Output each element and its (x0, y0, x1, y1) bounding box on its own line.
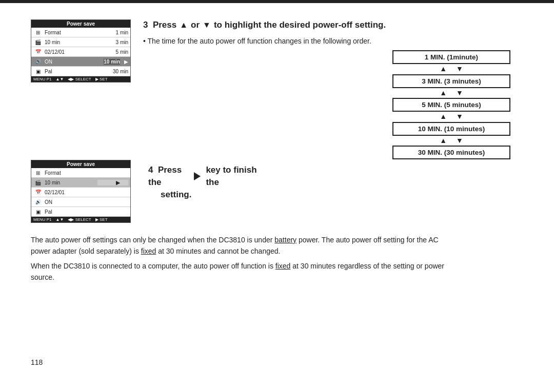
audio-icon-2: 🔊 (33, 198, 43, 205)
menu2-label-4: Pal (45, 209, 128, 215)
step3-content: 3 Press ▲ or ▼ to highlight the desired … (143, 19, 523, 153)
step4-text: 4 Press the key to finish the setting. (148, 164, 261, 200)
step4-line2: setting. (161, 189, 191, 201)
menu2-row-3: 🔊 ON (31, 197, 130, 207)
menu2-row-4: ▣ Pal (31, 207, 130, 217)
step4-key-text: key to finish the (206, 164, 261, 189)
menu2-label-0: Format (45, 170, 126, 176)
step4-number: 4 Press the (148, 164, 189, 189)
flow-arrows-2: ▲ ▼ (440, 112, 463, 122)
pal-icon-2: ▣ (33, 208, 43, 215)
top-border (0, 0, 554, 3)
up-arrow-icon: ▲ (180, 20, 188, 31)
menu1-label-4: Pal (45, 69, 111, 74)
step4-line1: 4 Press the key to finish the (148, 164, 261, 189)
menu1-arrow-3: ▶ (124, 59, 128, 65)
underline-fixed-1: fixed (141, 247, 156, 255)
menu1-row-3: 🔊 ON 10 min ▶ (31, 57, 130, 67)
menu1-val-2: 5 min (116, 49, 128, 55)
underline-battery: battery (274, 236, 296, 244)
flow-arrows-3: ▲ ▼ (440, 136, 463, 146)
menu1-val-3: 10 min (104, 59, 120, 65)
body-paragraph-2: When the DC3810 is connected to a comput… (31, 260, 451, 283)
menu-screenshot-1: Power save ⊞ Format 1 min 🎬 10 min 3 min… (31, 19, 131, 82)
step3-number: 3 Press (143, 19, 176, 31)
date-icon-1: 📅 (33, 48, 43, 55)
menu1-row-0: ⊞ Format 1 min (31, 28, 130, 37)
step3-heading: 3 Press ▲ or ▼ to highlight the desired … (143, 19, 523, 31)
format-icon-2: ⊞ (33, 169, 43, 176)
page-number: 118 (31, 358, 43, 366)
section-top: Power save ⊞ Format 1 min 🎬 10 min 3 min… (31, 19, 523, 153)
section-middle: Power save ⊞ Format 🎬 10 min ▶ 📅 02/12/0… (31, 160, 523, 223)
menu1-label-2: 02/12/01 (45, 49, 114, 55)
up-arrow-flow-2: ▲ (440, 112, 447, 122)
flow-chart: 1 MIN. (1minute) ▲ ▼ 3 MIN. (3 minutes) … (380, 50, 523, 159)
play-arrow-icon (194, 170, 201, 182)
menu2-label-2: 02/12/01 (45, 190, 128, 195)
menu1-val-0: 1 min (116, 30, 128, 35)
flow-box-2: 5 MIN. (5 minutes) (392, 98, 510, 112)
step3-rest: to highlight the desired power-off setti… (214, 19, 386, 31)
menu2-row-2: 📅 02/12/01 (31, 188, 130, 197)
menu2-label-1: 10 min (45, 180, 95, 185)
up-arrow-flow-1: ▲ (440, 88, 447, 98)
menu1-label-3: ON (45, 59, 102, 65)
menu2-footer: MENU P1 ▲▼ ◀▶ SELECT ▶ SET (31, 217, 130, 222)
menu1-val-1: 3 min (116, 39, 128, 45)
flow-arrows-0: ▲ ▼ (440, 64, 463, 74)
menu1-label-0: Format (45, 30, 114, 35)
video-icon-2: 🎬 (33, 179, 43, 186)
down-arrow-flow-3: ▼ (456, 136, 463, 146)
menu-screenshot-2: Power save ⊞ Format 🎬 10 min ▶ 📅 02/12/0… (31, 160, 131, 223)
video-icon-1: 🎬 (33, 38, 43, 46)
down-arrow-icon: ▼ (203, 20, 211, 31)
menu1-val-4: 30 min (113, 69, 128, 74)
menu1-row-2: 📅 02/12/01 5 min (31, 47, 130, 57)
flow-box-3: 10 MIN. (10 minutes) (392, 122, 510, 136)
flow-box-0: 1 MIN. (1minute) (392, 50, 510, 64)
flow-box-1: 3 MIN. (3 minutes) (392, 74, 510, 88)
menu2-row-0: ⊞ Format (31, 168, 130, 178)
or-text: or (191, 19, 200, 31)
menu2-title: Power save (31, 160, 130, 168)
date-icon-2: 📅 (33, 189, 43, 196)
down-arrow-flow-1: ▼ (456, 88, 463, 98)
down-arrow-flow-2: ▼ (456, 112, 463, 122)
step3-bullet: • The time for the auto power off functi… (143, 37, 523, 45)
menu1-footer: MENU P1 ▲▼ ◀▶ SELECT ▶ SET (31, 76, 130, 82)
format-icon: ⊞ (33, 29, 43, 36)
audio-icon-1: 🔊 (33, 58, 43, 65)
menu1-row-4: ▣ Pal 30 min (31, 67, 130, 76)
down-arrow-flow-0: ▼ (456, 64, 463, 74)
menu2-row-1: 🎬 10 min ▶ (31, 178, 130, 188)
body-paragraph-1: The auto power off settings can only be … (31, 234, 451, 257)
underline-fixed-2: fixed (275, 262, 291, 270)
up-arrow-flow-0: ▲ (440, 64, 447, 74)
menu1-label-1: 10 min (45, 39, 114, 45)
menu1-title: Power save (31, 20, 130, 28)
menu1-row-1: 🎬 10 min 3 min (31, 37, 130, 47)
section-bottom: The auto power off settings can only be … (31, 234, 451, 283)
menu2-val-1: ▶ (97, 180, 128, 185)
flow-arrows-1: ▲ ▼ (440, 88, 463, 98)
page-content: Power save ⊞ Format 1 min 🎬 10 min 3 min… (31, 10, 523, 372)
flow-box-4: 30 MIN. (30 minutes) (392, 146, 510, 159)
menu2-label-3: ON (45, 199, 128, 205)
up-arrow-flow-3: ▲ (440, 136, 447, 146)
pal-icon-1: ▣ (33, 68, 43, 75)
